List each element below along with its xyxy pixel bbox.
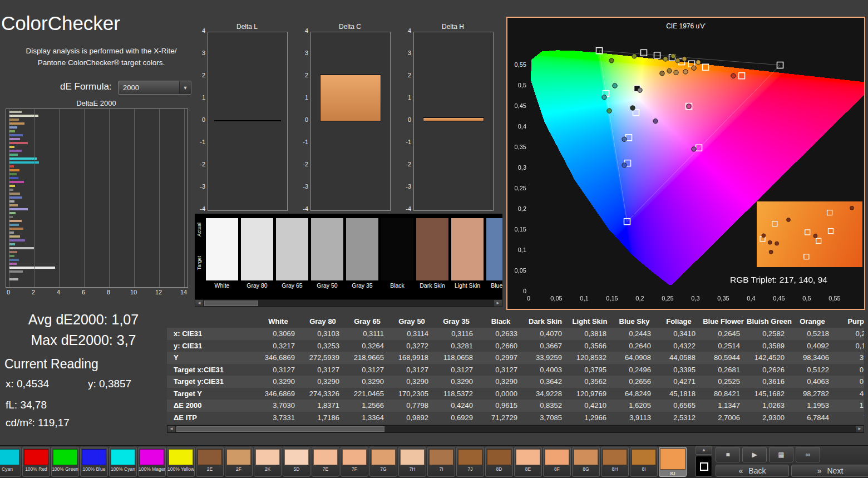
scroll-left-icon[interactable]: ◄ — [195, 300, 203, 307]
patch-button-8e[interactable]: 8E — [514, 447, 542, 477]
swatch-scrollbar-thumb[interactable] — [204, 300, 258, 306]
inset-target-point — [772, 221, 777, 226]
patch-button-100-green[interactable]: 100% Green — [51, 447, 79, 477]
measured-point — [692, 66, 696, 70]
swatch-label: Light Skin — [451, 282, 484, 289]
table-cell: 0,3264 — [346, 340, 391, 352]
delta-chart-title: Delta H — [412, 23, 494, 31]
swatch-row: WhiteGray 80Gray 65Gray 50Gray 35BlackDa… — [206, 218, 502, 289]
column-header: Gray 35 — [435, 316, 480, 328]
row-label: Y — [167, 352, 257, 364]
swatch-scrollbar-track[interactable] — [203, 300, 494, 307]
swatch-panel: Actual Target WhiteGray 80Gray 65Gray 50… — [195, 214, 502, 299]
table-cell: 0,3290 — [257, 376, 302, 388]
patch-button-7e[interactable]: 7E — [312, 447, 339, 477]
column-header: Gray 50 — [391, 316, 435, 328]
patch-button-8i[interactable]: 8I — [630, 447, 658, 477]
table-cell: 1,3364 — [346, 412, 391, 424]
swatch: Dark Skin — [416, 218, 448, 289]
back-button[interactable]: « Back — [716, 465, 789, 477]
table-scrollbar[interactable]: ◄ ► — [167, 425, 864, 433]
arrow-up-icon: ▲ — [702, 447, 706, 452]
patch-button-5d[interactable]: 5D — [283, 447, 310, 477]
actual-row-label: Actual — [196, 223, 202, 236]
table-cell: 0,2660 — [480, 340, 524, 352]
swatch: White — [206, 218, 238, 289]
patch-button-8d[interactable]: 8D — [485, 447, 513, 477]
row-label: Target x:CIE31 — [167, 364, 257, 376]
patch-label: 7J — [457, 466, 484, 472]
axis-tick-label: -4 — [397, 205, 411, 212]
table-cell: 0,3642 — [524, 376, 569, 388]
play-icon: ▶ — [752, 451, 757, 459]
cie-inset-zoom — [757, 201, 862, 267]
table-cell: 142,4520 — [747, 352, 791, 364]
patch-button-7h[interactable]: 7H — [398, 447, 426, 477]
axis-tick-label: 0 — [509, 288, 526, 294]
deltae-bar — [9, 231, 14, 234]
patch-button-8h[interactable]: 8H — [601, 447, 629, 477]
patch-button-2f[interactable]: 2F — [225, 447, 253, 477]
column-header: Purpl — [836, 316, 864, 328]
table-row: y: CIE310,32170,32530,32640,32720,32810,… — [167, 340, 864, 352]
table-cell: 346,6869 — [257, 352, 302, 364]
scroll-right-icon[interactable]: ► — [494, 300, 502, 307]
patch-button-cyan[interactable]: Cyan — [0, 447, 21, 477]
swatch-scrollbar[interactable]: ◄ ► — [195, 299, 502, 307]
patch-button-100-yellow[interactable]: 100% Yellow — [167, 447, 195, 477]
link-button[interactable]: ∞ — [796, 447, 820, 462]
swatch-label: White — [206, 282, 238, 289]
patch-button-100-blue[interactable]: 100% Blue — [80, 447, 108, 477]
scroll-up-button[interactable]: ▲ — [696, 446, 712, 455]
patch-button-8f[interactable]: 8F — [543, 447, 571, 477]
swatch: Gray 80 — [241, 218, 273, 289]
avg-de2000-readout: Avg dE2000: 1,07 — [0, 312, 167, 328]
patch-button-100-cyan[interactable]: 100% Cyan — [109, 447, 137, 477]
axis-tick-label: 2 — [294, 72, 308, 78]
table-cell: 7,2 — [836, 412, 864, 424]
pattern-window-button[interactable] — [696, 456, 712, 477]
deltae-bar — [9, 255, 14, 257]
table-scrollbar-track[interactable] — [175, 426, 856, 432]
measured-point — [630, 106, 635, 110]
patch-button-7i[interactable]: 7I — [427, 447, 455, 477]
axis-tick-label: 3 — [397, 50, 411, 56]
inset-target-point — [816, 238, 821, 243]
patch-buttons: Cyan100% Red100% Green100% Blue100% Cyan… — [0, 447, 687, 477]
table-scrollbar-thumb[interactable] — [176, 426, 384, 432]
delta-chart-h — [413, 32, 494, 211]
link-icon: ∞ — [806, 451, 811, 459]
swatch: Gray 50 — [311, 218, 343, 289]
table-cell: 170,2305 — [391, 388, 435, 400]
measured-point — [687, 104, 691, 109]
scroll-right-icon[interactable]: ► — [856, 426, 864, 432]
patch-button-8j[interactable]: 8J — [659, 447, 687, 477]
patch-button-7j[interactable]: 7J — [456, 447, 484, 477]
axis-tick-label: 0,1 — [573, 295, 595, 302]
pattern-grid-button[interactable]: ▦ — [769, 447, 793, 462]
table-cell: 71,2729 — [480, 412, 524, 424]
de-formula-dropdown[interactable]: 2000 ▼ — [118, 81, 191, 95]
patch-button-100-magenta[interactable]: 100% Magenta — [138, 447, 166, 477]
patch-button-100-red[interactable]: 100% Red — [22, 447, 50, 477]
measured-point — [609, 58, 614, 63]
inset-measured-point — [769, 250, 773, 254]
next-button[interactable]: » Next — [791, 465, 868, 477]
table-row: Target x:CIE310,31270,31270,31270,31270,… — [167, 364, 864, 376]
play-button[interactable]: ▶ — [742, 447, 767, 462]
patch-button-7g[interactable]: 7G — [369, 447, 397, 477]
axis-tick-label: 0,05 — [545, 295, 568, 302]
patch-button-2e[interactable]: 2E — [196, 447, 224, 477]
inset-target-point — [828, 229, 834, 234]
table-cell: 0,3253 — [302, 340, 346, 352]
stop-button[interactable]: ■ — [716, 447, 740, 462]
patch-button-8g[interactable]: 8G — [572, 447, 600, 477]
axis-tick-label: 3 — [294, 50, 308, 56]
deltae-bar — [9, 119, 19, 121]
deltae-bar — [9, 259, 19, 261]
patch-button-7f[interactable]: 7F — [341, 447, 368, 477]
delta-chart-l — [208, 32, 288, 211]
patch-button-2k[interactable]: 2K — [254, 447, 282, 477]
scroll-left-icon[interactable]: ◄ — [167, 426, 175, 432]
table-row: ΔE ITP3,73311,71861,33640,98920,692971,2… — [167, 412, 864, 424]
